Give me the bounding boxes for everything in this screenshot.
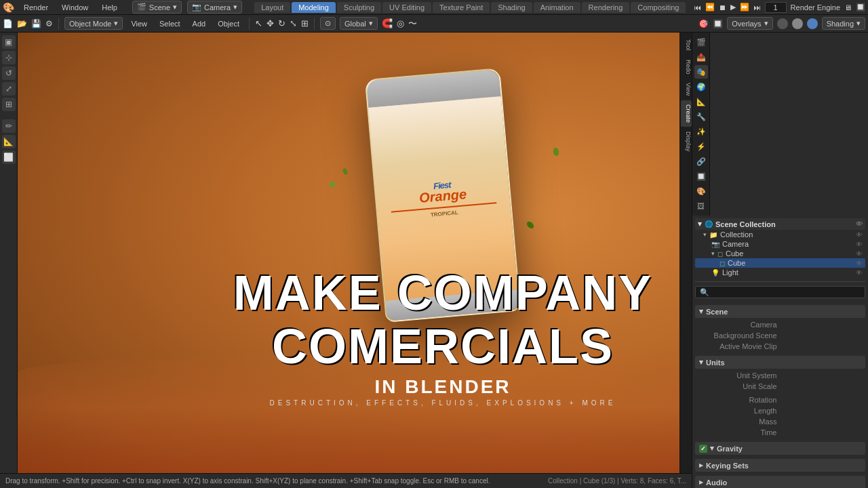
snap-icon[interactable]: 🧲 (382, 18, 393, 28)
object-props-icon[interactable]: 📐 (694, 95, 708, 108)
annotate-tool[interactable]: ✏ (2, 119, 16, 133)
viewport-icon2: 🔲 (856, 3, 865, 12)
next-keyframe-btn[interactable]: ⏩ (740, 3, 749, 12)
scale-tool[interactable]: ⤢ (2, 82, 16, 96)
menu-render[interactable]: Render (20, 2, 52, 13)
tab-sculpting[interactable]: Sculpting (337, 2, 381, 13)
scene-section-header[interactable]: ▾ Scene (695, 305, 865, 318)
play-btn[interactable]: ▶ (730, 3, 736, 12)
menu-help[interactable]: Help (98, 2, 121, 13)
tab-compositing[interactable]: Compositing (631, 2, 686, 13)
units-section-header[interactable]: ▾ Units (695, 356, 865, 369)
cube-child-eye[interactable]: 👁 (856, 260, 863, 267)
shading-selector[interactable]: Shading ▾ (822, 17, 865, 30)
cube-parent-item[interactable]: ▾ ◻ Cube 👁 (695, 249, 865, 258)
stop-btn[interactable]: ⏹ (719, 3, 726, 12)
scene-collection-eye[interactable]: 👁 (856, 220, 863, 228)
transform-tool-icon[interactable]: ⊞ (301, 18, 309, 28)
settings-icon[interactable]: ⚙ (45, 19, 53, 28)
tab-layout[interactable]: Layout (254, 2, 290, 13)
constraint-props-icon[interactable]: 🔗 (694, 155, 708, 168)
tab-uv-editing[interactable]: UV Editing (382, 2, 431, 13)
orientation-selector[interactable]: Global ▾ (340, 17, 378, 30)
movie-clip-prop-label: Active Movie Clip (701, 342, 781, 350)
save-icon[interactable]: 💾 (31, 19, 41, 28)
gravity-checkbox[interactable]: ✓ (699, 445, 707, 453)
camera-tree-eye[interactable]: 👁 (856, 241, 863, 248)
render-engine-label: Render Engine (791, 3, 840, 12)
curve-icon[interactable]: 〜 (408, 18, 417, 30)
tab-modeling[interactable]: Modeling (292, 2, 336, 13)
viewport-render-rendered[interactable] (807, 18, 818, 29)
audio-header[interactable]: ▸ Audio (695, 476, 865, 488)
scene-selector[interactable]: 🎬 Scene ▾ (132, 1, 182, 14)
bg-scene-prop-label: Background Scene (701, 331, 781, 340)
mode-selector[interactable]: Object Mode ▾ (64, 17, 123, 30)
light-tree-eye[interactable]: 👁 (856, 269, 863, 277)
select-tool-icon[interactable]: ↖ (255, 18, 262, 28)
physics-props-icon[interactable]: ⚡ (694, 140, 708, 153)
particles-props-icon[interactable]: ✨ (694, 125, 708, 138)
tab-create[interactable]: Create (681, 100, 692, 127)
proportional-icon[interactable]: ◎ (397, 18, 404, 28)
gizmo-icon[interactable]: 🎯 (698, 19, 709, 28)
measure-tool[interactable]: 📐 (2, 135, 16, 148)
rotate-tool-icon[interactable]: ↻ (278, 18, 285, 28)
tab-animation[interactable]: Animation (534, 2, 580, 13)
open-file-icon[interactable]: 📂 (17, 19, 27, 28)
viewport-render-solid[interactable] (777, 18, 788, 29)
jump-start-btn[interactable]: ⏮ (694, 3, 701, 12)
pivot-selector[interactable]: ⊙ (320, 17, 336, 30)
keying-sets-label: Keying Sets (706, 462, 749, 470)
scene-label: Scene (149, 3, 170, 12)
cube-child-item[interactable]: ◻ Cube 👁 (695, 258, 865, 268)
frame-input[interactable] (765, 2, 787, 13)
output-props-icon[interactable]: 📤 (694, 50, 708, 64)
gravity-header[interactable]: ✓ ▾ Gravity (695, 442, 865, 455)
tab-redo[interactable]: Redo (681, 56, 692, 79)
light-tree-item[interactable]: 💡 Light 👁 (695, 268, 865, 277)
tab-tool[interactable]: Tool (681, 35, 692, 55)
data-props-icon[interactable]: 🔲 (694, 169, 708, 183)
tab-texture-paint[interactable]: Texture Paint (433, 2, 490, 13)
move-tool[interactable]: ⊹ (2, 51, 16, 64)
menu-add[interactable]: Add (189, 18, 210, 29)
material-props-icon[interactable]: 🎨 (694, 184, 708, 198)
tab-rendering[interactable]: Rendering (582, 2, 630, 13)
scene-props-icon[interactable]: 🎭 (694, 65, 708, 79)
viewport-render-material[interactable] (792, 18, 803, 29)
tab-shading[interactable]: Shading (491, 2, 532, 13)
move-tool-icon[interactable]: ✥ (267, 18, 274, 28)
overlay-icon[interactable]: 🔲 (713, 19, 723, 28)
keying-sets-header[interactable]: ▸ Keying Sets (695, 459, 865, 472)
camera-selector[interactable]: 📷 Camera ▾ (187, 1, 242, 14)
workspace-tabs: Layout Modeling Sculpting UV Editing Tex… (254, 2, 686, 13)
collection-eye[interactable]: 👁 (856, 231, 863, 239)
menu-select[interactable]: Select (155, 18, 184, 29)
new-file-icon[interactable]: 📄 (3, 19, 13, 28)
rotate-tool[interactable]: ↺ (2, 66, 16, 80)
tab-display[interactable]: Display (681, 127, 692, 156)
add-cube-tool[interactable]: ⬜ (2, 150, 16, 164)
cube-parent-eye[interactable]: 👁 (856, 250, 863, 258)
scene-icon: 🎬 (137, 3, 146, 12)
menu-view[interactable]: View (127, 18, 151, 29)
world-props-icon[interactable]: 🌍 (694, 80, 708, 94)
menu-object[interactable]: Object (214, 18, 243, 29)
modifier-props-icon[interactable]: 🔧 (694, 110, 708, 123)
transform-tool[interactable]: ⊞ (2, 98, 16, 111)
select-box-tool[interactable]: ▣ (2, 35, 16, 49)
tab-view[interactable]: View (681, 79, 692, 100)
camera-tree-item[interactable]: 📷 Camera 👁 (695, 239, 865, 249)
prev-keyframe-btn[interactable]: ⏪ (705, 3, 715, 12)
render-props-icon[interactable]: 🎬 (694, 35, 708, 49)
scale-tool-icon[interactable]: ⤡ (290, 18, 297, 28)
collection-item[interactable]: ▾ 📁 Collection 👁 (695, 230, 865, 239)
overlays-selector[interactable]: Overlays ▾ (727, 17, 772, 30)
jump-end-btn[interactable]: ⏭ (753, 3, 761, 12)
camera-prop-label: Camera (701, 321, 781, 329)
menu-window[interactable]: Window (58, 2, 92, 13)
properties-search[interactable] (695, 286, 865, 298)
texture-props-icon[interactable]: 🖼 (694, 199, 708, 213)
scene-collection-header[interactable]: ▾ 🌐 Scene Collection 👁 (695, 218, 865, 230)
